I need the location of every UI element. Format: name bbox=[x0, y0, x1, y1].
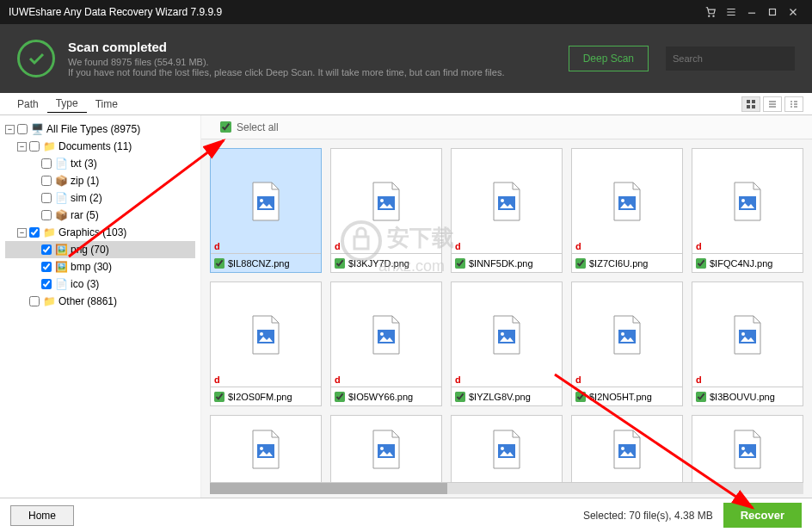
file-checkbox[interactable] bbox=[214, 258, 225, 269]
tree-zip[interactable]: 📦zip (1) bbox=[5, 172, 195, 189]
file-icon: 📄 bbox=[54, 278, 68, 290]
tree-rar[interactable]: 📦rar (5) bbox=[5, 207, 195, 224]
folder-icon: 📁 bbox=[42, 226, 56, 238]
file-card[interactable]: d$I3BOUVU.png bbox=[692, 281, 803, 406]
file-name: $I3KJY7D.png bbox=[348, 258, 409, 269]
file-card[interactable]: d$IFQC4NJ.png bbox=[692, 148, 803, 273]
select-all-checkbox[interactable] bbox=[220, 121, 231, 133]
image-icon: 🖼️ bbox=[54, 244, 68, 256]
file-thumbnail bbox=[572, 416, 682, 482]
file-icon: 📄 bbox=[54, 192, 68, 204]
search-input[interactable] bbox=[673, 53, 791, 64]
folder-icon: 📁 bbox=[42, 140, 56, 152]
tree-all-types[interactable]: −🖥️All File Types (8975) bbox=[5, 121, 195, 138]
view-list-button[interactable] bbox=[763, 96, 782, 112]
app-title: IUWEshare Any Data Recovery Wizard 7.9.9… bbox=[9, 6, 700, 18]
file-checkbox[interactable] bbox=[214, 392, 225, 402]
deep-scan-button[interactable]: Deep Scan bbox=[569, 46, 649, 71]
file-card[interactable] bbox=[330, 415, 442, 482]
file-name: $IZ7CI6U.png bbox=[589, 258, 648, 269]
file-thumbnail bbox=[211, 282, 321, 387]
file-name: $IFQC4NJ.png bbox=[710, 258, 772, 269]
footer: Home Selected: 70 file(s), 4.38 MB Recov… bbox=[0, 498, 812, 532]
scan-hint: If you have not found the lost files, pl… bbox=[68, 67, 504, 77]
svg-rect-7 bbox=[752, 105, 755, 108]
file-card[interactable] bbox=[571, 415, 683, 482]
file-card[interactable]: d$IO5WY66.png bbox=[330, 281, 442, 406]
file-checkbox[interactable] bbox=[335, 258, 345, 269]
view-grid-button[interactable] bbox=[741, 96, 760, 112]
tree-other[interactable]: 📁Other (8861) bbox=[5, 293, 195, 310]
tree-txt[interactable]: 📄txt (3) bbox=[5, 155, 195, 172]
file-thumbnail bbox=[452, 149, 562, 253]
cart-icon[interactable] bbox=[700, 3, 721, 21]
file-thumbnail bbox=[692, 416, 803, 482]
file-grid[interactable]: d$IL88CNZ.pngd$I3KJY7D.pngd$INNF5DK.pngd… bbox=[201, 139, 812, 482]
file-thumbnail bbox=[572, 282, 682, 387]
svg-rect-6 bbox=[747, 105, 750, 108]
file-card[interactable] bbox=[692, 415, 803, 482]
tree-png[interactable]: 🖼️png (70) bbox=[5, 241, 195, 258]
tree-graphics[interactable]: −📁Graphics (103) bbox=[5, 224, 195, 241]
tree-bmp[interactable]: 🖼️bmp (30) bbox=[5, 258, 195, 275]
file-card[interactable]: d$IL88CNZ.png bbox=[210, 148, 322, 273]
file-checkbox[interactable] bbox=[575, 392, 586, 402]
file-card[interactable]: d$IYZLG8V.png bbox=[451, 281, 563, 406]
svg-point-29 bbox=[260, 447, 263, 450]
tab-time[interactable]: Time bbox=[87, 96, 126, 113]
minimize-button[interactable] bbox=[741, 3, 762, 21]
file-checkbox[interactable] bbox=[696, 392, 706, 402]
deleted-marker: d bbox=[214, 241, 220, 251]
svg-point-11 bbox=[380, 199, 384, 202]
view-detail-button[interactable] bbox=[784, 96, 803, 112]
menu-icon[interactable] bbox=[721, 3, 741, 21]
maximize-button[interactable] bbox=[762, 3, 783, 21]
file-tree[interactable]: −🖥️All File Types (8975) −📁Documents (11… bbox=[0, 115, 201, 498]
recover-button[interactable]: Recover bbox=[723, 503, 802, 528]
header: Scan completed We found 8975 files (554.… bbox=[0, 24, 812, 93]
file-card[interactable]: d$INNF5DK.png bbox=[451, 148, 563, 273]
file-card[interactable]: d$I2NO5HT.png bbox=[571, 281, 683, 406]
success-check-icon bbox=[17, 40, 55, 77]
file-card[interactable] bbox=[210, 415, 322, 482]
file-card[interactable]: d$I3KJY7D.png bbox=[330, 148, 442, 273]
file-checkbox[interactable] bbox=[455, 258, 465, 269]
file-name: $I2NO5HT.png bbox=[589, 392, 652, 402]
select-all-bar[interactable]: Select all bbox=[201, 115, 812, 139]
file-name: $IO5WY66.png bbox=[348, 392, 413, 402]
file-checkbox[interactable] bbox=[455, 392, 465, 402]
file-checkbox[interactable] bbox=[696, 258, 706, 269]
search-box[interactable] bbox=[666, 46, 795, 71]
home-button[interactable]: Home bbox=[10, 505, 74, 526]
file-name: $IL88CNZ.png bbox=[228, 258, 290, 269]
svg-point-9 bbox=[260, 199, 263, 202]
file-thumbnail bbox=[211, 416, 321, 482]
tree-sim[interactable]: 📄sim (2) bbox=[5, 189, 195, 207]
tree-ico[interactable]: 📄ico (3) bbox=[5, 275, 195, 293]
svg-point-31 bbox=[380, 447, 384, 450]
svg-rect-2 bbox=[770, 9, 776, 15]
file-icon: 📄 bbox=[54, 158, 68, 170]
file-thumbnail bbox=[572, 149, 682, 253]
svg-point-35 bbox=[621, 447, 624, 450]
file-card[interactable]: d$I2OS0FM.png bbox=[210, 281, 322, 406]
file-checkbox[interactable] bbox=[575, 258, 586, 269]
file-checkbox[interactable] bbox=[335, 392, 345, 402]
svg-rect-5 bbox=[752, 100, 755, 103]
deleted-marker: d bbox=[575, 374, 581, 385]
deleted-marker: d bbox=[455, 241, 461, 251]
tab-path[interactable]: Path bbox=[9, 96, 47, 113]
file-name: $I2OS0FM.png bbox=[228, 392, 292, 402]
archive-icon: 📦 bbox=[54, 209, 68, 221]
tree-documents[interactable]: −📁Documents (11) bbox=[5, 138, 195, 155]
close-button[interactable] bbox=[783, 3, 803, 21]
tab-type[interactable]: Type bbox=[47, 95, 87, 113]
svg-point-23 bbox=[501, 332, 504, 336]
horizontal-scrollbar[interactable] bbox=[210, 482, 803, 494]
svg-point-33 bbox=[501, 447, 504, 450]
deleted-marker: d bbox=[696, 374, 702, 385]
archive-icon: 📦 bbox=[54, 175, 68, 187]
file-card[interactable]: d$IZ7CI6U.png bbox=[571, 148, 683, 273]
svg-point-25 bbox=[621, 332, 624, 336]
file-card[interactable] bbox=[451, 415, 563, 482]
